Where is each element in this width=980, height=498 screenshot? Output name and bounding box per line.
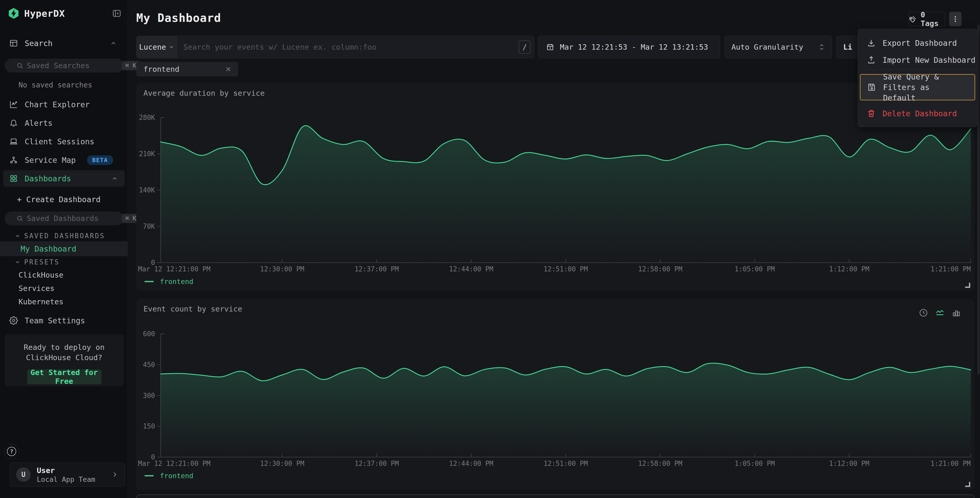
sidebar-item-label: Alerts: [25, 118, 52, 128]
get-started-button[interactable]: Get Started for Free: [27, 369, 101, 384]
search-nav-icon: [9, 39, 18, 48]
sidebar-item-label: Search: [25, 39, 52, 48]
sidebar-item-chart-explorer[interactable]: Chart Explorer: [9, 97, 123, 112]
time-range-label: Mar 12 12:21:53 - Mar 12 13:21:53: [560, 43, 708, 51]
live-button-label: Li: [843, 43, 852, 51]
svg-text:1:21:00 PM: 1:21:00 PM: [931, 460, 971, 468]
legend[interactable]: frontend: [145, 472, 193, 480]
svg-text:1:12:00 PM: 1:12:00 PM: [829, 265, 869, 273]
saved-searches-input[interactable]: [16, 61, 122, 70]
svg-text:Mar 12 12:21:00 PM: Mar 12 12:21:00 PM: [138, 460, 210, 468]
legend[interactable]: frontend: [145, 278, 193, 286]
laptop-icon: [9, 137, 18, 146]
beta-badge: BETA: [87, 155, 113, 165]
chevron-down-icon: [169, 44, 174, 50]
sidebar-item-label: Dashboards: [25, 174, 71, 183]
menu-item-label-line2: Default: [883, 93, 975, 103]
vertical-scrollbar[interactable]: [977, 25, 980, 375]
bell-icon: [9, 118, 18, 127]
svg-text:450: 450: [143, 361, 155, 369]
chevron-up-icon: [110, 40, 117, 46]
menu-item-export-dashboard[interactable]: Export Dashboard: [858, 36, 977, 49]
chevron-updown-icon: [818, 43, 825, 51]
sidebar-item-my-dashboard[interactable]: My Dashboard: [0, 241, 127, 256]
sidebar-item-alerts[interactable]: Alerts: [9, 116, 123, 130]
svg-text:12:58:00 PM: 12:58:00 PM: [638, 265, 682, 273]
dashboard-menu-button[interactable]: [949, 12, 961, 26]
trash-icon: [867, 109, 876, 118]
sidebar-item-service-map[interactable]: Service Map BETA: [9, 153, 123, 167]
time-range-picker[interactable]: Mar 12 12:21:53 - Mar 12 13:21:53: [538, 36, 720, 58]
slash-shortcut-badge: /: [519, 40, 531, 54]
gear-icon: [9, 316, 18, 325]
download-icon: [867, 38, 876, 48]
app-root: HyperDX Search ⌘ K No saved searches: [0, 0, 980, 498]
question-icon: ?: [7, 447, 16, 456]
user-team: Local App Team: [37, 476, 95, 483]
tags-button-label: 0 Tags: [921, 10, 945, 28]
sidebar-collapse-icon[interactable]: [111, 8, 123, 19]
presets-section[interactable]: PRESETS: [14, 258, 60, 266]
svg-text:12:58:00 PM: 12:58:00 PM: [638, 460, 682, 468]
svg-text:12:44:00 PM: 12:44:00 PM: [449, 265, 493, 273]
filter-chip-frontend[interactable]: frontend: [136, 62, 238, 77]
svg-text:12:30:00 PM: 12:30:00 PM: [260, 265, 304, 273]
query-language-select[interactable]: Lucene: [137, 36, 177, 58]
hyperdx-logo-icon: [8, 8, 19, 19]
user-name: User: [37, 466, 95, 475]
no-saved-searches-text: No saved searches: [19, 81, 92, 89]
saved-dashboards-section[interactable]: SAVED DASHBOARDS: [14, 232, 105, 240]
sidebar-item-label: Team Settings: [25, 316, 85, 325]
sidebar-item-search[interactable]: Search: [9, 36, 123, 50]
help-button[interactable]: ?: [4, 444, 19, 459]
resize-handle-icon[interactable]: [965, 283, 970, 288]
sidebar-item-kubernetes[interactable]: Kubernetes: [19, 297, 64, 306]
sidebar-item-dashboards[interactable]: Dashboards: [3, 170, 125, 187]
svg-text:1:05:00 PM: 1:05:00 PM: [735, 460, 775, 468]
dashboard-menu: Export Dashboard Import New Dashboard Sa…: [858, 29, 977, 127]
legend-swatch: [145, 475, 154, 476]
tags-button[interactable]: 0 Tags: [908, 12, 945, 26]
chevron-down-icon: [14, 233, 21, 239]
svg-text:280K: 280K: [139, 114, 155, 121]
calendar-icon: [546, 43, 554, 51]
sidebar-item-team-settings[interactable]: Team Settings: [9, 313, 123, 328]
cloud-card-text: Ready to deploy on ClickHouse Cloud?: [5, 342, 124, 363]
menu-item-save-query-default[interactable]: Save Query & Filters as Default: [860, 74, 975, 100]
create-dashboard-button[interactable]: + Create Dashboard: [17, 195, 100, 204]
menu-item-label: Export Dashboard: [883, 38, 957, 48]
logo[interactable]: HyperDX: [8, 6, 123, 21]
dashboards-icon: [9, 174, 18, 183]
menu-item-import-dashboard[interactable]: Import New Dashboard: [858, 53, 977, 67]
svg-text:70K: 70K: [143, 222, 155, 230]
granularity-label: Auto Granularity: [732, 43, 803, 51]
svg-text:1:05:00 PM: 1:05:00 PM: [735, 265, 775, 273]
svg-text:12:44:00 PM: 12:44:00 PM: [449, 460, 493, 468]
saved-searches-search[interactable]: ⌘ K: [5, 59, 124, 73]
saved-dashboards-input[interactable]: [16, 214, 122, 223]
avg-duration-chart[interactable]: 070K140K210K280KMar 12 12:21:00 PM12:30:…: [136, 83, 974, 291]
section-header-label: SAVED DASHBOARDS: [24, 232, 105, 240]
close-icon[interactable]: [225, 65, 232, 73]
next-panel-edge: [136, 495, 974, 498]
saved-dashboards-search[interactable]: ⌘ K: [5, 211, 124, 225]
granularity-select[interactable]: Auto Granularity: [724, 36, 832, 58]
event-count-chart[interactable]: 0150300450600Mar 12 12:21:00 PM12:30:00 …: [136, 299, 974, 490]
sidebar-item-services[interactable]: Services: [19, 284, 54, 293]
svg-text:300: 300: [143, 392, 155, 399]
legend-swatch: [145, 281, 154, 282]
search-bar: Lucene /: [136, 36, 535, 58]
menu-item-delete-dashboard[interactable]: Delete Dashboard: [858, 106, 977, 121]
sidebar: HyperDX Search ⌘ K No saved searches: [0, 0, 128, 498]
user-menu[interactable]: U User Local App Team: [10, 463, 125, 487]
sidebar-item-client-sessions[interactable]: Client Sessions: [9, 134, 123, 149]
chart-panel-avg-duration: Average duration by service 070K140K210K…: [136, 83, 974, 291]
resize-handle-icon[interactable]: [965, 482, 970, 487]
svg-text:Mar 12 12:21:00 PM: Mar 12 12:21:00 PM: [138, 265, 210, 273]
chart-explorer-icon: [9, 100, 18, 109]
sidebar-item-clickhouse[interactable]: ClickHouse: [19, 271, 64, 279]
search-input[interactable]: [177, 36, 519, 58]
sidebar-item-label: Chart Explorer: [25, 100, 90, 109]
sidebar-item-label: My Dashboard: [21, 244, 76, 253]
sidebar-item-label: Client Sessions: [25, 137, 94, 146]
